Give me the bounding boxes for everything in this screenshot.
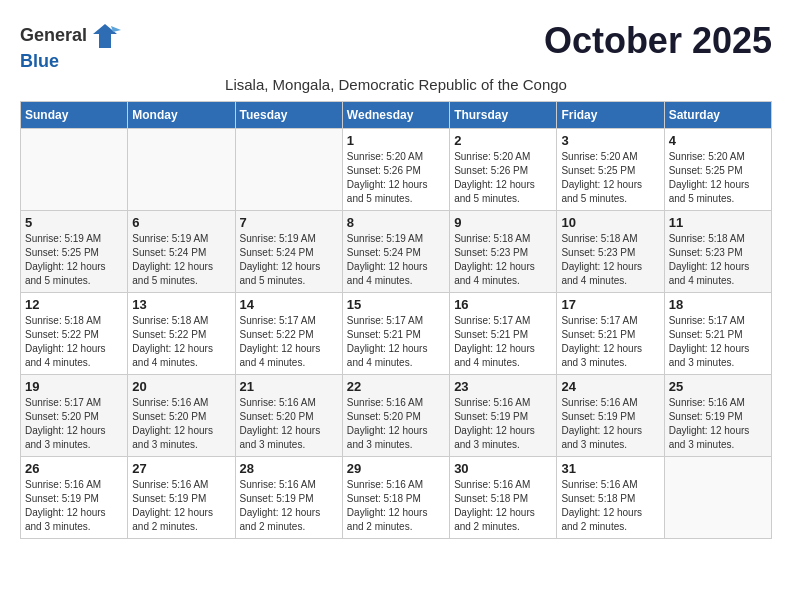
day-number: 29 <box>347 461 445 476</box>
calendar-cell: 2Sunrise: 5:20 AM Sunset: 5:26 PM Daylig… <box>450 128 557 210</box>
day-info: Sunrise: 5:16 AM Sunset: 5:20 PM Dayligh… <box>132 396 230 452</box>
calendar-cell: 20Sunrise: 5:16 AM Sunset: 5:20 PM Dayli… <box>128 374 235 456</box>
day-info: Sunrise: 5:19 AM Sunset: 5:24 PM Dayligh… <box>347 232 445 288</box>
day-info: Sunrise: 5:19 AM Sunset: 5:25 PM Dayligh… <box>25 232 123 288</box>
day-info: Sunrise: 5:17 AM Sunset: 5:20 PM Dayligh… <box>25 396 123 452</box>
day-number: 1 <box>347 133 445 148</box>
day-number: 26 <box>25 461 123 476</box>
calendar-week-row: 5Sunrise: 5:19 AM Sunset: 5:25 PM Daylig… <box>21 210 772 292</box>
day-info: Sunrise: 5:17 AM Sunset: 5:21 PM Dayligh… <box>347 314 445 370</box>
day-number: 23 <box>454 379 552 394</box>
day-number: 7 <box>240 215 338 230</box>
calendar-cell: 30Sunrise: 5:16 AM Sunset: 5:18 PM Dayli… <box>450 456 557 538</box>
calendar-cell: 14Sunrise: 5:17 AM Sunset: 5:22 PM Dayli… <box>235 292 342 374</box>
day-number: 14 <box>240 297 338 312</box>
day-number: 6 <box>132 215 230 230</box>
day-number: 13 <box>132 297 230 312</box>
day-info: Sunrise: 5:20 AM Sunset: 5:26 PM Dayligh… <box>347 150 445 206</box>
calendar-cell: 3Sunrise: 5:20 AM Sunset: 5:25 PM Daylig… <box>557 128 664 210</box>
logo: General Blue <box>20 20 121 72</box>
day-number: 5 <box>25 215 123 230</box>
day-info: Sunrise: 5:19 AM Sunset: 5:24 PM Dayligh… <box>240 232 338 288</box>
day-number: 10 <box>561 215 659 230</box>
day-info: Sunrise: 5:20 AM Sunset: 5:25 PM Dayligh… <box>561 150 659 206</box>
day-info: Sunrise: 5:16 AM Sunset: 5:19 PM Dayligh… <box>240 478 338 534</box>
weekday-header-saturday: Saturday <box>664 101 771 128</box>
calendar-cell: 24Sunrise: 5:16 AM Sunset: 5:19 PM Dayli… <box>557 374 664 456</box>
calendar-cell: 11Sunrise: 5:18 AM Sunset: 5:23 PM Dayli… <box>664 210 771 292</box>
calendar-cell: 22Sunrise: 5:16 AM Sunset: 5:20 PM Dayli… <box>342 374 449 456</box>
day-number: 12 <box>25 297 123 312</box>
calendar-cell: 13Sunrise: 5:18 AM Sunset: 5:22 PM Dayli… <box>128 292 235 374</box>
weekday-header-friday: Friday <box>557 101 664 128</box>
day-number: 24 <box>561 379 659 394</box>
page-header: General Blue October 2025 <box>20 20 772 72</box>
day-info: Sunrise: 5:19 AM Sunset: 5:24 PM Dayligh… <box>132 232 230 288</box>
day-number: 15 <box>347 297 445 312</box>
day-info: Sunrise: 5:20 AM Sunset: 5:26 PM Dayligh… <box>454 150 552 206</box>
logo-general: General <box>20 26 87 46</box>
day-number: 8 <box>347 215 445 230</box>
day-info: Sunrise: 5:18 AM Sunset: 5:22 PM Dayligh… <box>25 314 123 370</box>
calendar-cell: 9Sunrise: 5:18 AM Sunset: 5:23 PM Daylig… <box>450 210 557 292</box>
weekday-header-monday: Monday <box>128 101 235 128</box>
weekday-header-thursday: Thursday <box>450 101 557 128</box>
calendar-week-row: 12Sunrise: 5:18 AM Sunset: 5:22 PM Dayli… <box>21 292 772 374</box>
day-number: 28 <box>240 461 338 476</box>
calendar-cell: 29Sunrise: 5:16 AM Sunset: 5:18 PM Dayli… <box>342 456 449 538</box>
calendar-cell <box>664 456 771 538</box>
calendar-cell: 1Sunrise: 5:20 AM Sunset: 5:26 PM Daylig… <box>342 128 449 210</box>
calendar-cell: 4Sunrise: 5:20 AM Sunset: 5:25 PM Daylig… <box>664 128 771 210</box>
location-title: Lisala, Mongala, Democratic Republic of … <box>20 76 772 93</box>
calendar-cell <box>128 128 235 210</box>
calendar-cell: 18Sunrise: 5:17 AM Sunset: 5:21 PM Dayli… <box>664 292 771 374</box>
day-info: Sunrise: 5:17 AM Sunset: 5:21 PM Dayligh… <box>561 314 659 370</box>
day-info: Sunrise: 5:18 AM Sunset: 5:22 PM Dayligh… <box>132 314 230 370</box>
day-info: Sunrise: 5:16 AM Sunset: 5:18 PM Dayligh… <box>454 478 552 534</box>
calendar-cell: 15Sunrise: 5:17 AM Sunset: 5:21 PM Dayli… <box>342 292 449 374</box>
calendar-cell: 7Sunrise: 5:19 AM Sunset: 5:24 PM Daylig… <box>235 210 342 292</box>
calendar-cell <box>235 128 342 210</box>
calendar-cell: 26Sunrise: 5:16 AM Sunset: 5:19 PM Dayli… <box>21 456 128 538</box>
calendar-table: SundayMondayTuesdayWednesdayThursdayFrid… <box>20 101 772 539</box>
day-info: Sunrise: 5:18 AM Sunset: 5:23 PM Dayligh… <box>561 232 659 288</box>
day-number: 25 <box>669 379 767 394</box>
weekday-header-sunday: Sunday <box>21 101 128 128</box>
weekday-header-wednesday: Wednesday <box>342 101 449 128</box>
day-info: Sunrise: 5:16 AM Sunset: 5:18 PM Dayligh… <box>347 478 445 534</box>
day-info: Sunrise: 5:16 AM Sunset: 5:18 PM Dayligh… <box>561 478 659 534</box>
day-number: 3 <box>561 133 659 148</box>
day-info: Sunrise: 5:17 AM Sunset: 5:21 PM Dayligh… <box>669 314 767 370</box>
day-info: Sunrise: 5:16 AM Sunset: 5:19 PM Dayligh… <box>132 478 230 534</box>
day-info: Sunrise: 5:17 AM Sunset: 5:22 PM Dayligh… <box>240 314 338 370</box>
calendar-cell: 16Sunrise: 5:17 AM Sunset: 5:21 PM Dayli… <box>450 292 557 374</box>
day-info: Sunrise: 5:16 AM Sunset: 5:19 PM Dayligh… <box>669 396 767 452</box>
day-number: 11 <box>669 215 767 230</box>
calendar-week-row: 1Sunrise: 5:20 AM Sunset: 5:26 PM Daylig… <box>21 128 772 210</box>
day-info: Sunrise: 5:16 AM Sunset: 5:20 PM Dayligh… <box>347 396 445 452</box>
calendar-cell: 21Sunrise: 5:16 AM Sunset: 5:20 PM Dayli… <box>235 374 342 456</box>
calendar-cell: 19Sunrise: 5:17 AM Sunset: 5:20 PM Dayli… <box>21 374 128 456</box>
day-number: 20 <box>132 379 230 394</box>
day-number: 21 <box>240 379 338 394</box>
day-number: 4 <box>669 133 767 148</box>
day-number: 9 <box>454 215 552 230</box>
day-info: Sunrise: 5:16 AM Sunset: 5:19 PM Dayligh… <box>561 396 659 452</box>
calendar-cell: 31Sunrise: 5:16 AM Sunset: 5:18 PM Dayli… <box>557 456 664 538</box>
day-info: Sunrise: 5:18 AM Sunset: 5:23 PM Dayligh… <box>454 232 552 288</box>
day-info: Sunrise: 5:20 AM Sunset: 5:25 PM Dayligh… <box>669 150 767 206</box>
calendar-cell: 6Sunrise: 5:19 AM Sunset: 5:24 PM Daylig… <box>128 210 235 292</box>
calendar-cell: 12Sunrise: 5:18 AM Sunset: 5:22 PM Dayli… <box>21 292 128 374</box>
calendar-cell <box>21 128 128 210</box>
calendar-cell: 17Sunrise: 5:17 AM Sunset: 5:21 PM Dayli… <box>557 292 664 374</box>
day-number: 22 <box>347 379 445 394</box>
weekday-header-tuesday: Tuesday <box>235 101 342 128</box>
calendar-cell: 28Sunrise: 5:16 AM Sunset: 5:19 PM Dayli… <box>235 456 342 538</box>
day-number: 18 <box>669 297 767 312</box>
day-info: Sunrise: 5:18 AM Sunset: 5:23 PM Dayligh… <box>669 232 767 288</box>
day-number: 30 <box>454 461 552 476</box>
day-info: Sunrise: 5:16 AM Sunset: 5:19 PM Dayligh… <box>454 396 552 452</box>
day-number: 17 <box>561 297 659 312</box>
day-number: 2 <box>454 133 552 148</box>
day-number: 31 <box>561 461 659 476</box>
